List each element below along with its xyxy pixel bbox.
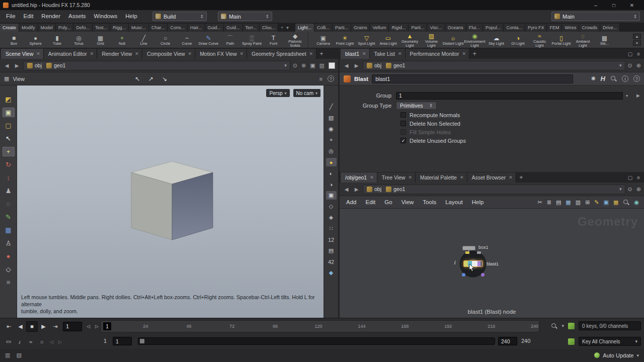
display-option[interactable]: ◎: [326, 147, 337, 155]
shelf-tool[interactable]: ◎ Torus: [68, 32, 90, 48]
drag-arrow-icon[interactable]: ↘: [162, 75, 167, 82]
shelf-tab[interactable]: Cons...: [168, 24, 188, 32]
node-name-field[interactable]: blast1: [372, 74, 573, 83]
shelf-tool[interactable]: ▣ Camera: [312, 32, 334, 48]
display-option[interactable]: ⌖: [326, 136, 337, 144]
back-button[interactable]: ◀: [343, 63, 350, 68]
breadcrumb-obj[interactable]: obj: [26, 62, 43, 68]
asset-icon[interactable]: ▦: [613, 199, 618, 206]
checkbox-label[interactable]: Delete Non Selected: [410, 121, 460, 127]
radial-bypass-icon[interactable]: [477, 251, 481, 254]
group-action-icon[interactable]: ▶: [636, 93, 640, 98]
pane-tab[interactable]: Material Palette ✕: [416, 172, 467, 183]
next-key-button[interactable]: ▷: [93, 322, 101, 331]
shelf-scroll-up-icon[interactable]: ▲: [633, 34, 641, 39]
display-option[interactable]: 42: [326, 257, 337, 266]
viewport-tool[interactable]: ●: [3, 251, 15, 261]
pane-tab[interactable]: Tree View ✕: [377, 172, 416, 183]
breadcrumb-geo1[interactable]: geo1: [45, 62, 67, 68]
audio-panel-icon[interactable]: ♪: [14, 339, 25, 345]
chevron-down-icon[interactable]: ▾: [561, 323, 564, 328]
render-swatch[interactable]: [329, 62, 335, 69]
path-field[interactable]: obj geo1 ▾: [363, 61, 625, 70]
shelf-tab[interactable]: Terr...: [243, 24, 260, 32]
shelf-tool[interactable]: ▲ Geometry Light: [399, 32, 421, 48]
minimize-button[interactable]: –: [587, 0, 605, 10]
detail-view-icon[interactable]: ▥: [576, 199, 581, 206]
back-button[interactable]: ◀: [3, 63, 11, 68]
display-option[interactable]: ●: [326, 158, 337, 166]
network-menu-item[interactable]: Help: [467, 199, 489, 205]
help-icon[interactable]: ?: [328, 75, 334, 82]
houdini-badge-icon[interactable]: H: [601, 75, 605, 82]
help-icon[interactable]: ?: [633, 75, 640, 82]
close-tab-icon[interactable]: ✕: [462, 51, 466, 56]
viewport-tool[interactable]: ◇: [3, 264, 15, 274]
network-tools-icon[interactable]: ✂: [537, 199, 542, 206]
shelf-tab[interactable]: Flui...: [466, 24, 483, 32]
path-dropdown-icon[interactable]: ▾: [619, 187, 623, 192]
menu-item[interactable]: Assets: [64, 10, 90, 23]
view-menu-icon[interactable]: ▦: [4, 75, 9, 82]
add-pane-tab-button[interactable]: +: [316, 49, 327, 59]
persp-button[interactable]: Persp ▾: [266, 89, 289, 97]
visibility-icon[interactable]: ◉: [634, 199, 639, 206]
shelf-tab[interactable]: Clou...: [260, 24, 278, 32]
shelf-tab[interactable]: Rigg...: [110, 24, 129, 32]
display-option[interactable]: ▧: [326, 114, 337, 122]
group-input[interactable]: 1: [396, 92, 623, 100]
checkbox[interactable]: [400, 112, 406, 118]
path-dropdown-icon[interactable]: ▾: [619, 63, 623, 68]
search-icon[interactable]: [610, 75, 617, 82]
group-type-select[interactable]: Primitives ⇕: [396, 102, 437, 110]
close-tab-icon[interactable]: ✕: [188, 51, 192, 56]
shelf-tab[interactable]: Guid...: [224, 24, 243, 32]
display-option[interactable]: ◑: [326, 180, 337, 189]
display-option[interactable]: ▣: [326, 191, 337, 200]
shelf-tab[interactable]: Parti...: [409, 24, 427, 32]
network-menu-item[interactable]: View: [397, 199, 419, 205]
shelf-tool[interactable]: ▦ Grid: [90, 32, 111, 48]
shelf-tab[interactable]: Grains: [351, 24, 370, 32]
search-icon[interactable]: [551, 323, 557, 329]
presets-icon[interactable]: ✱: [591, 75, 595, 82]
checkbox-label[interactable]: Fill Simple Holes: [410, 129, 451, 135]
viewport-tool[interactable]: ♙: [3, 238, 15, 248]
previous-key-button[interactable]: ◁: [84, 322, 93, 331]
viewport-tool[interactable]: ◌: [3, 199, 15, 209]
stop-button[interactable]: ■: [26, 321, 38, 332]
shelf-scroll-down-icon[interactable]: ▾: [633, 40, 641, 46]
network-menu-item[interactable]: Layout: [441, 199, 467, 205]
menu-item[interactable]: Render: [37, 10, 64, 23]
flipbook-icon[interactable]: ▭: [3, 338, 14, 345]
current-frame-marker[interactable]: 1: [103, 322, 111, 330]
display-option[interactable]: ∷: [326, 224, 337, 233]
shelf-tab[interactable]: Light...: [295, 24, 314, 32]
shelf-tab[interactable]: FEM: [547, 24, 562, 32]
shelf-tab[interactable]: Conta...: [504, 24, 525, 32]
shelf-tool[interactable]: ◉ Environment Light: [464, 32, 486, 48]
go-to-start-button[interactable]: ⇤: [3, 321, 15, 332]
shelf-tool[interactable]: ○ Circle: [154, 32, 176, 48]
pane-tab[interactable]: blast1 ✕: [341, 49, 370, 59]
close-tab-icon[interactable]: ✕: [408, 175, 412, 180]
previous-clip-icon[interactable]: ◁: [47, 339, 56, 344]
maximize-button[interactable]: □: [605, 0, 623, 10]
path-field[interactable]: obj geo1 ▾: [23, 61, 290, 70]
range-slider-handle[interactable]: [140, 339, 144, 343]
display-option[interactable]: 12: [326, 235, 337, 244]
shelf-tool[interactable]: ▮ Tube: [46, 32, 68, 48]
network-menu-item[interactable]: Tools: [418, 199, 441, 205]
breadcrumb-obj[interactable]: obj: [365, 186, 383, 192]
shelf-tool[interactable]: ≈ Caustic Light: [529, 32, 550, 48]
shelf-tool[interactable]: ▨ Volume Light: [421, 32, 442, 48]
range-start-field[interactable]: 1: [113, 337, 132, 345]
pin-icon[interactable]: ⊙: [293, 62, 297, 69]
pane-tab[interactable]: Motion FX View ✕: [195, 49, 247, 59]
maximize-pane-icon[interactable]: ▢: [628, 175, 632, 180]
close-tab-icon[interactable]: ✕: [90, 51, 94, 56]
notes-icon[interactable]: ✎: [594, 199, 599, 206]
viewport-tool[interactable]: ↻: [3, 160, 15, 169]
radial-flag-icon[interactable]: [465, 251, 469, 254]
close-tab-icon[interactable]: ✕: [509, 175, 513, 180]
